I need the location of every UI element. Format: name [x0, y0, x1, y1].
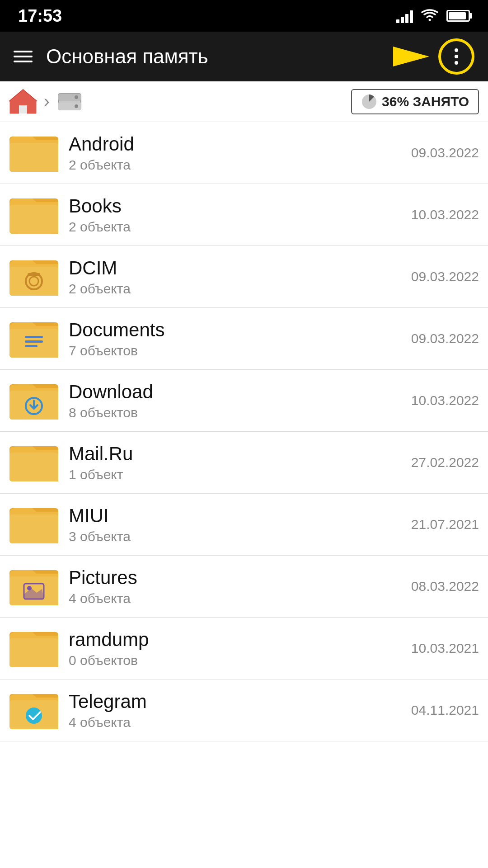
svg-rect-35 — [9, 638, 58, 667]
folder-meta: 4 объекта — [69, 715, 407, 730]
folder-meta: 1 объект — [69, 467, 407, 482]
folder-body: ramdump 0 объектов — [69, 628, 407, 668]
folder-item[interactable]: Mail.Ru 1 объект 27.02.2022 — [0, 432, 488, 494]
breadcrumb-left: › — [9, 88, 83, 115]
signal-icon — [396, 9, 413, 23]
folder-body: DCIM 2 объекта — [69, 257, 407, 297]
folder-body: Documents 7 объектов — [69, 319, 407, 359]
folder-date: 27.02.2022 — [411, 455, 479, 470]
battery-icon — [446, 10, 470, 22]
storage-percent-text: 36% ЗАНЯТО — [382, 94, 469, 109]
folder-icon-pictures — [9, 564, 59, 609]
folder-name: MIUI — [69, 505, 407, 527]
folder-name: ramdump — [69, 628, 407, 651]
storage-icon[interactable] — [56, 90, 83, 113]
folder-icon-dcim — [9, 254, 59, 299]
svg-rect-29 — [9, 514, 58, 543]
svg-rect-12 — [9, 205, 58, 234]
hamburger-menu-button[interactable] — [14, 51, 33, 62]
folder-item[interactable]: Documents 7 объектов 09.03.2022 — [0, 308, 488, 370]
folder-meta: 2 объекта — [69, 219, 407, 235]
folder-icon-mail.ru — [9, 440, 59, 485]
wifi-icon — [421, 9, 438, 23]
folder-meta: 7 объектов — [69, 343, 407, 359]
folder-item[interactable]: ramdump 0 объектов 10.03.2021 — [0, 618, 488, 679]
folder-name: Documents — [69, 319, 407, 341]
folder-item[interactable]: MIUI 3 объекта 21.07.2021 — [0, 494, 488, 556]
folder-name: Android — [69, 133, 407, 156]
toolbar-title: Основная память — [46, 45, 208, 68]
folder-date: 09.03.2022 — [411, 331, 479, 346]
dot-3 — [455, 61, 458, 65]
dot-2 — [455, 55, 458, 58]
folder-body: Download 8 объектов — [69, 381, 407, 420]
folder-name: Books — [69, 195, 407, 217]
folder-date: 21.07.2021 — [411, 517, 479, 532]
folder-body: Mail.Ru 1 объект — [69, 443, 407, 482]
folder-meta: 8 объектов — [69, 405, 407, 420]
folder-meta: 0 объектов — [69, 653, 407, 668]
folder-name: Telegram — [69, 690, 407, 713]
folder-item[interactable]: Android 2 объекта 09.03.2022 — [0, 122, 488, 184]
breadcrumb-separator: › — [44, 92, 50, 111]
folder-icon-documents — [9, 316, 59, 361]
folder-date: 09.03.2022 — [411, 145, 479, 160]
folder-date: 09.03.2022 — [411, 269, 479, 284]
folder-icon-telegram — [9, 688, 59, 733]
svg-rect-17 — [28, 273, 40, 276]
folder-date: 04.11.2021 — [411, 703, 479, 718]
folder-body: MIUI 3 объекта — [69, 505, 407, 544]
svg-point-38 — [26, 708, 42, 724]
svg-rect-20 — [25, 336, 43, 338]
status-time: 17:53 — [18, 6, 62, 26]
folder-icon-ramdump — [9, 626, 59, 671]
dot-1 — [455, 48, 458, 52]
svg-point-7 — [75, 104, 78, 108]
folder-name: DCIM — [69, 257, 407, 279]
folder-body: Telegram 4 объекта — [69, 690, 407, 730]
folder-date: 08.03.2022 — [411, 579, 479, 594]
folder-body: Books 2 объекта — [69, 195, 407, 235]
svg-rect-21 — [25, 340, 43, 343]
svg-rect-14 — [9, 267, 58, 296]
folder-icon-android — [9, 130, 59, 175]
svg-rect-19 — [9, 329, 58, 358]
folder-name: Pictures — [69, 566, 407, 589]
folder-meta: 2 объекта — [69, 157, 407, 173]
svg-point-33 — [27, 586, 32, 590]
folder-item[interactable]: Telegram 4 объекта 04.11.2021 — [0, 679, 488, 741]
folder-item[interactable]: DCIM 2 объекта 09.03.2022 — [0, 246, 488, 308]
storage-pie-icon — [361, 94, 377, 110]
folder-body: Android 2 объекта — [69, 133, 407, 173]
folder-icon-books — [9, 192, 59, 237]
folder-icon-miui — [9, 502, 59, 547]
folder-date: 10.03.2022 — [411, 393, 479, 408]
folder-list: Android 2 объекта 09.03.2022 Books 2 объ… — [0, 122, 488, 741]
folder-icon-download — [9, 378, 59, 423]
folder-meta: 4 объекта — [69, 591, 407, 606]
more-options-button[interactable] — [438, 38, 474, 75]
svg-rect-27 — [9, 453, 58, 481]
toolbar-left: Основная память — [14, 45, 208, 68]
arrow-annotation — [393, 47, 429, 66]
folder-name: Mail.Ru — [69, 443, 407, 465]
folder-item[interactable]: Books 2 объекта 10.03.2022 — [0, 184, 488, 246]
status-bar: 17:53 — [0, 0, 488, 32]
folder-date: 10.03.2021 — [411, 641, 479, 656]
toolbar-right — [393, 38, 474, 75]
toolbar: Основная память — [0, 32, 488, 81]
storage-badge[interactable]: 36% ЗАНЯТО — [351, 89, 479, 114]
folder-date: 10.03.2022 — [411, 207, 479, 222]
svg-rect-22 — [25, 345, 38, 347]
folder-item[interactable]: Pictures 4 объекта 08.03.2022 — [0, 556, 488, 618]
folder-item[interactable]: Download 8 объектов 10.03.2022 — [0, 370, 488, 432]
home-icon[interactable] — [9, 88, 37, 115]
folder-meta: 3 объекта — [69, 529, 407, 544]
svg-point-5 — [75, 95, 78, 99]
svg-rect-1 — [19, 105, 27, 113]
folder-body: Pictures 4 объекта — [69, 566, 407, 606]
folder-meta: 2 объекта — [69, 281, 407, 297]
breadcrumb-bar: › 36% ЗАНЯТО — [0, 81, 488, 122]
folder-name: Download — [69, 381, 407, 403]
arrow-shape — [393, 47, 434, 66]
